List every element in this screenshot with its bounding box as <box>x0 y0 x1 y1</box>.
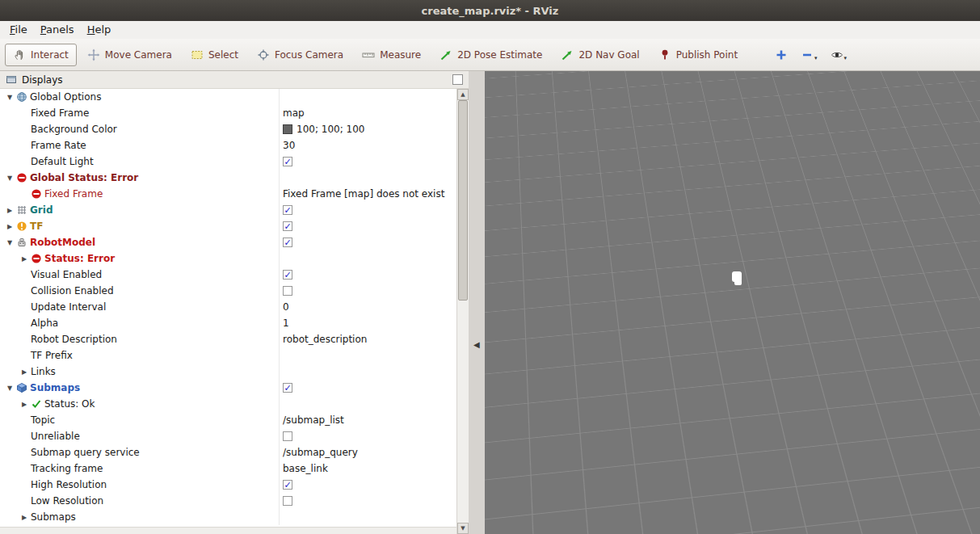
collapse-panel-arrow-icon[interactable]: ◀ <box>473 341 480 349</box>
display-row[interactable]: Topic/submap_list <box>0 412 456 428</box>
property-value-cell[interactable] <box>280 493 456 509</box>
expander-closed-icon[interactable]: ▶ <box>3 223 16 230</box>
minus-icon <box>801 48 814 61</box>
horizontal-scrollbar[interactable] <box>0 527 456 534</box>
display-row[interactable]: ▼RobotModel✓ <box>0 234 456 250</box>
property-value-cell[interactable]: robot_description <box>280 331 456 347</box>
checkbox-checked[interactable]: ✓ <box>283 270 292 280</box>
display-row[interactable]: Low Resolution <box>0 493 456 509</box>
property-value-cell[interactable]: ✓ <box>280 267 456 283</box>
display-row[interactable]: Fixed Framemap <box>0 105 456 121</box>
tool-visibility-button[interactable]: ▾ <box>829 46 849 64</box>
add-tool-button[interactable] <box>773 46 789 64</box>
scrollbar-thumb[interactable] <box>458 100 468 301</box>
checkbox-unchecked[interactable] <box>283 431 292 441</box>
property-value-cell[interactable]: ✓ <box>280 218 456 234</box>
expander-open-icon[interactable]: ▼ <box>3 239 16 246</box>
display-row[interactable]: Update Interval0 <box>0 299 456 315</box>
property-value-cell[interactable]: 1 <box>280 315 456 331</box>
tool-interact[interactable]: Interact <box>5 44 77 66</box>
checkbox-checked[interactable]: ✓ <box>283 157 292 166</box>
display-row[interactable]: ▶Grid✓ <box>0 202 456 218</box>
checkbox-checked[interactable]: ✓ <box>283 205 292 215</box>
display-row[interactable]: Visual Enabled✓ <box>0 267 456 283</box>
display-row[interactable]: Robot Descriptionrobot_description <box>0 331 456 347</box>
display-row[interactable]: ▶Links <box>0 364 456 380</box>
checkbox-checked[interactable]: ✓ <box>283 480 292 490</box>
expander-open-icon[interactable]: ▼ <box>3 94 16 101</box>
display-row[interactable]: Default Light✓ <box>0 153 456 170</box>
display-row[interactable]: Fixed FrameFixed Frame [map] does not ex… <box>0 186 456 202</box>
property-value-cell[interactable]: ✓ <box>280 477 456 493</box>
property-label: Collision Enabled <box>31 285 114 296</box>
tool-2d-nav-goal[interactable]: 2D Nav Goal <box>553 44 647 66</box>
property-value-cell[interactable]: Fixed Frame [map] does not exist <box>280 186 456 202</box>
expander-closed-icon[interactable]: ▶ <box>18 401 31 408</box>
property-value-cell[interactable]: ✓ <box>280 153 456 170</box>
display-row[interactable]: TF Prefix <box>0 347 456 364</box>
property-value-cell[interactable]: base_link <box>280 460 456 477</box>
display-row[interactable]: Unreliable <box>0 428 456 444</box>
property-value-cell[interactable]: /submap_query <box>280 444 456 460</box>
property-value: /submap_list <box>283 414 344 426</box>
tool-publish-point[interactable]: Publish Point <box>650 44 746 66</box>
property-value-cell[interactable]: ✓ <box>280 234 456 250</box>
display-row[interactable]: High Resolution✓ <box>0 477 456 493</box>
checkbox-checked[interactable]: ✓ <box>283 221 292 231</box>
checkbox-unchecked[interactable] <box>283 496 292 506</box>
menu-item-panels[interactable]: Panels <box>34 23 81 37</box>
display-row[interactable]: Alpha1 <box>0 315 456 331</box>
property-value-cell[interactable] <box>280 428 456 444</box>
menu-item-file[interactable]: File <box>3 23 34 37</box>
property-value-cell[interactable] <box>280 283 456 299</box>
3d-viewport[interactable] <box>485 71 980 534</box>
tool-select[interactable]: Select <box>183 44 246 66</box>
menu-item-help[interactable]: Help <box>81 23 118 37</box>
display-row[interactable]: ▶TF✓ <box>0 218 456 234</box>
display-row[interactable]: Submap query service/submap_query <box>0 444 456 460</box>
expander-closed-icon[interactable]: ▶ <box>3 207 16 214</box>
checkbox-unchecked[interactable] <box>283 286 292 296</box>
property-value-cell[interactable]: 30 <box>280 137 456 153</box>
property-value-cell[interactable] <box>280 347 456 364</box>
scroll-down-button[interactable]: ▼ <box>457 523 469 534</box>
display-row[interactable]: ▶Submaps <box>0 509 456 525</box>
color-swatch[interactable] <box>283 124 292 134</box>
display-row[interactable]: Background Color100; 100; 100 <box>0 121 456 137</box>
tool-measure[interactable]: Measure <box>354 44 429 66</box>
toolbar: InteractMove CameraSelectFocus CameraMea… <box>0 39 980 71</box>
display-row[interactable]: Frame Rate30 <box>0 137 456 153</box>
expander-closed-icon[interactable]: ▶ <box>18 368 31 376</box>
property-label: Submaps <box>31 511 76 523</box>
expander-open-icon[interactable]: ▼ <box>3 174 16 182</box>
tool-move-camera[interactable]: Move Camera <box>79 44 180 66</box>
display-row[interactable]: ▼Global Options <box>0 89 456 105</box>
display-row[interactable]: ▼Global Status: Error <box>0 170 456 186</box>
display-row[interactable]: ▼Submaps✓ <box>0 380 456 396</box>
display-row[interactable]: ▶Status: Error <box>0 250 456 267</box>
tool-2d-pose-estimate[interactable]: 2D Pose Estimate <box>431 44 550 66</box>
property-value-cell[interactable]: ✓ <box>280 202 456 218</box>
expander-closed-icon[interactable]: ▶ <box>18 514 31 521</box>
ok-icon <box>31 398 44 410</box>
checkbox-checked[interactable]: ✓ <box>283 238 292 247</box>
property-value-cell[interactable]: 0 <box>280 299 456 315</box>
display-row[interactable]: ▶Status: Ok <box>0 396 456 412</box>
panel-splitter[interactable]: ◀ <box>469 71 485 534</box>
tool-focus-camera[interactable]: Focus Camera <box>249 44 351 66</box>
property-value-cell[interactable]: 100; 100; 100 <box>280 121 456 137</box>
property-value: 1 <box>283 317 289 329</box>
expander-open-icon[interactable]: ▼ <box>3 385 16 392</box>
property-value-cell[interactable]: /submap_list <box>280 412 456 428</box>
toolbar-tools: InteractMove CameraSelectFocus CameraMea… <box>5 44 746 66</box>
vertical-scrollbar[interactable]: ▲ ▼ <box>456 89 469 534</box>
scroll-up-button[interactable]: ▲ <box>457 89 469 100</box>
expander-closed-icon[interactable]: ▶ <box>18 255 31 263</box>
checkbox-checked[interactable]: ✓ <box>283 383 292 393</box>
remove-tool-button[interactable]: ▾ <box>799 46 819 64</box>
display-row[interactable]: Tracking framebase_link <box>0 460 456 477</box>
display-row[interactable]: Collision Enabled <box>0 283 456 299</box>
property-value-cell[interactable]: map <box>280 105 456 121</box>
panel-float-button[interactable] <box>452 74 463 85</box>
property-value-cell[interactable]: ✓ <box>280 380 456 396</box>
